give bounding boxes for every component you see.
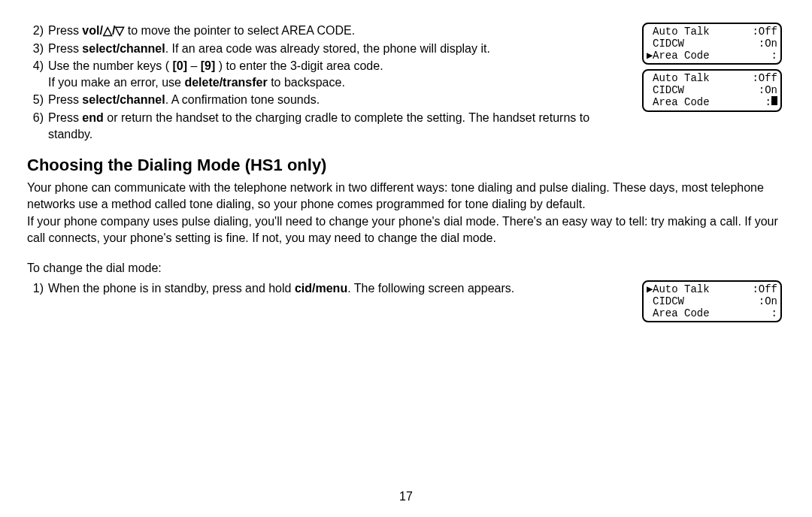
step-num: 6) — [27, 110, 48, 142]
lcd-screen: Auto Talk:Off CIDCW:On Area Code: — [642, 69, 782, 111]
lcd-stack-top: Auto Talk:Off CIDCW:On ▶Area Code: Auto … — [642, 23, 785, 144]
lcd-screen: Auto Talk:Off CIDCW:On ▶Area Code: — [642, 23, 782, 65]
step-body: Use the number keys ( [0] – [9] ) to ent… — [48, 58, 633, 90]
step-body: When the phone is in standby, press and … — [48, 280, 633, 297]
body-paragraph: To change the dial mode: — [27, 260, 785, 277]
step-body: Press select/channel. If an area code wa… — [48, 41, 633, 57]
step-num: 2) — [27, 23, 48, 39]
step-body: Press select/channel. A confirmation ton… — [48, 92, 633, 108]
body-paragraph: Your phone can communicate with the tele… — [27, 180, 785, 212]
step-num: 1) — [27, 280, 48, 297]
lcd-screen: ▶Auto Talk:Off CIDCW:On Area Code: — [642, 280, 782, 322]
lcd-stack-bottom: ▶Auto Talk:Off CIDCW:On Area Code: — [642, 280, 785, 327]
instructions-top: 2) Press vol/△/▽ to move the pointer to … — [27, 23, 642, 144]
page-number: 17 — [0, 490, 812, 503]
step-num: 4) — [27, 58, 48, 90]
step-num: 5) — [27, 92, 48, 108]
step-body: Press vol/△/▽ to move the pointer to sel… — [48, 23, 633, 39]
step-num: 3) — [27, 41, 48, 57]
step-body: Press end or return the handset to the c… — [48, 110, 633, 142]
body-paragraph: If your phone company uses pulse dialing… — [27, 213, 785, 246]
section-heading: Choosing the Dialing Mode (HS1 only) — [27, 156, 785, 175]
cursor-block — [771, 96, 777, 105]
